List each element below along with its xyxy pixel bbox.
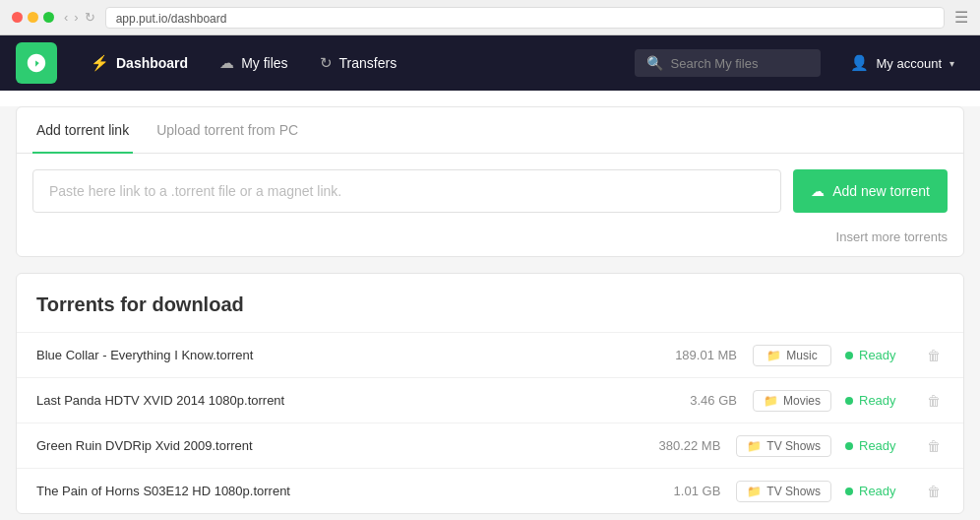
torrent-size: 380.22 MB <box>632 438 720 453</box>
table-row: Last Panda HDTV XVID 2014 1080p.torrent … <box>17 377 963 422</box>
category-label: TV Shows <box>766 485 821 498</box>
torrent-status: Ready <box>845 438 914 453</box>
nav-items: ⚡ Dashboard ☁ My files ↻ Transfers <box>77 46 615 80</box>
category-label: Movies <box>783 394 821 408</box>
status-dot <box>845 488 853 495</box>
torrent-link-input[interactable] <box>32 169 781 213</box>
nav-item-myfiles[interactable]: ☁ My files <box>206 46 301 80</box>
torrent-status: Ready <box>845 393 914 408</box>
upload-icon: ☁ <box>811 183 825 199</box>
torrent-size: 189.01 MB <box>648 348 737 362</box>
dot-green[interactable] <box>43 12 54 23</box>
browser-chrome: ‹ › ↻ app.put.io/dashboard ☰ <box>0 0 980 35</box>
status-label: Ready <box>859 348 896 362</box>
category-label: TV Shows <box>766 439 821 453</box>
browser-menu-icon[interactable]: ☰ <box>954 8 968 27</box>
reload-button[interactable]: ↻ <box>85 10 95 25</box>
folder-icon: 📁 <box>764 394 778 408</box>
table-row: The Pain of Horns S03E12 HD 1080p.torren… <box>17 468 963 513</box>
nav-item-dashboard[interactable]: ⚡ Dashboard <box>77 46 202 80</box>
dot-red[interactable] <box>12 12 23 23</box>
dashboard-icon: ⚡ <box>91 54 109 72</box>
delete-button[interactable]: 🗑 <box>924 348 944 363</box>
forward-button[interactable]: › <box>74 10 78 25</box>
status-label: Ready <box>859 484 896 498</box>
table-row: Green Ruin DVDRip Xvid 2009.torrent 380.… <box>17 422 963 468</box>
torrent-name: Blue Collar - Everything I Know.torrent <box>36 348 648 362</box>
transfers-icon: ↻ <box>320 54 333 72</box>
tab-add-link[interactable]: Add torrent link <box>32 108 133 154</box>
status-label: Ready <box>859 393 896 408</box>
browser-dots <box>12 12 54 23</box>
account-label: My account <box>877 56 942 71</box>
browser-url-bar[interactable]: app.put.io/dashboard <box>105 7 945 29</box>
torrent-status: Ready <box>845 348 914 362</box>
table-row: Blue Collar - Everything I Know.torrent … <box>17 332 963 377</box>
myfiles-icon: ☁ <box>219 54 234 72</box>
add-button-label: Add new torrent <box>832 183 930 199</box>
category-label: Music <box>786 349 817 362</box>
torrents-panel: Torrents for download Blue Collar - Ever… <box>16 273 964 514</box>
torrent-name: The Pain of Horns S03E12 HD 1080p.torren… <box>36 484 632 498</box>
insert-more-link[interactable]: Insert more torrents <box>836 229 948 244</box>
torrent-name: Last Panda HDTV XVID 2014 1080p.torrent <box>36 393 648 408</box>
tabs: Add torrent link Upload torrent from PC <box>17 107 963 154</box>
navbar: ⚡ Dashboard ☁ My files ↻ Transfers 🔍 👤 M… <box>0 35 980 91</box>
torrent-name: Green Ruin DVDRip Xvid 2009.torrent <box>36 438 632 453</box>
search-icon: 🔍 <box>646 55 663 71</box>
torrent-category[interactable]: 📁 TV Shows <box>736 481 831 502</box>
status-dot <box>845 442 853 450</box>
search-area: 🔍 <box>635 49 821 77</box>
torrent-category[interactable]: 📁 TV Shows <box>736 435 831 457</box>
nav-transfers-label: Transfers <box>339 55 398 71</box>
nav-item-transfers[interactable]: ↻ Transfers <box>306 46 411 80</box>
folder-icon: 📁 <box>747 485 762 498</box>
delete-button[interactable]: 🗑 <box>924 484 944 499</box>
status-dot <box>845 352 853 359</box>
logo-icon <box>26 52 47 74</box>
dot-yellow[interactable] <box>28 12 38 23</box>
main-content: Add torrent link Upload torrent from PC … <box>0 106 980 520</box>
torrent-size: 3.46 GB <box>648 393 737 408</box>
torrent-status: Ready <box>845 484 914 498</box>
logo[interactable] <box>16 42 57 84</box>
folder-icon: 📁 <box>747 439 762 453</box>
torrent-size: 1.01 GB <box>632 484 720 498</box>
browser-nav: ‹ › ↻ <box>64 10 95 25</box>
tab-upload-pc[interactable]: Upload torrent from PC <box>153 108 302 154</box>
back-button[interactable]: ‹ <box>64 10 68 25</box>
app-container: ⚡ Dashboard ☁ My files ↻ Transfers 🔍 👤 M… <box>0 35 980 520</box>
account-icon: 👤 <box>850 54 869 72</box>
torrent-add-panel: Add torrent link Upload torrent from PC … <box>16 106 964 257</box>
delete-button[interactable]: 🗑 <box>924 393 944 409</box>
folder-icon: 📁 <box>766 349 781 362</box>
insert-more-area: Insert more torrents <box>17 228 963 256</box>
chevron-down-icon: ▾ <box>949 58 954 69</box>
status-label: Ready <box>859 438 896 453</box>
search-input[interactable] <box>671 56 809 71</box>
torrent-category[interactable]: 📁 Movies <box>753 390 831 412</box>
delete-button[interactable]: 🗑 <box>924 438 944 454</box>
add-torrent-button[interactable]: ☁ Add new torrent <box>793 169 948 213</box>
torrents-title: Torrents for download <box>17 274 963 332</box>
account-area[interactable]: 👤 My account ▾ <box>840 48 964 78</box>
nav-myfiles-label: My files <box>241 55 287 71</box>
torrent-input-area: ☁ Add new torrent <box>17 154 963 228</box>
nav-dashboard-label: Dashboard <box>116 55 188 71</box>
status-dot <box>845 397 853 405</box>
torrent-category[interactable]: 📁 Music <box>753 345 831 366</box>
